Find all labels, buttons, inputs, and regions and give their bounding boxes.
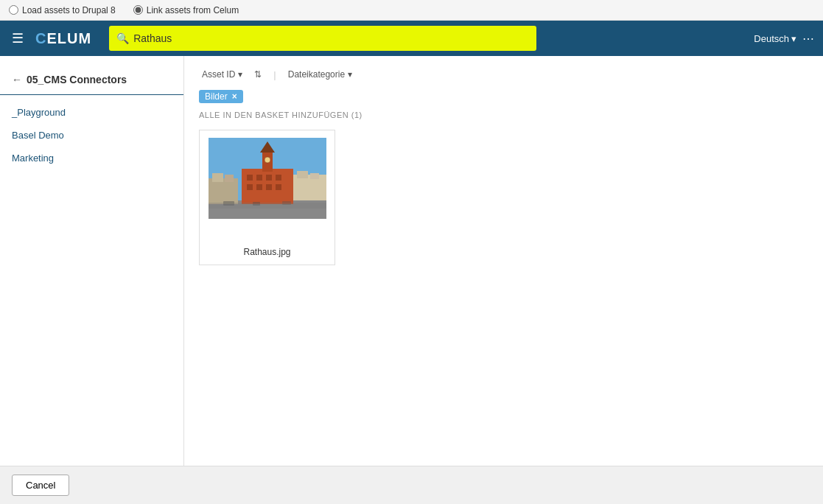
asset-image-area [209,138,326,219]
chevron-down-icon: ▾ [791,33,796,44]
search-input[interactable] [133,32,529,44]
cancel-button[interactable]: Cancel [12,475,69,496]
asset-id-chevron-icon: ▾ [238,69,242,80]
filter-separator: | [273,69,276,80]
language-dropdown[interactable]: Deutsch ▾ [754,33,796,44]
search-wrapper: 🔍 [109,26,536,51]
sort-icon: ⇅ [254,69,262,80]
dateikategorie-chevron-icon: ▾ [348,69,352,80]
dateikategorie-filter-button[interactable]: Dateikategorie ▾ [285,68,355,81]
svg-rect-2 [209,178,238,204]
main-layout: ← 05_CMS Connectors _Playground Basel De… [0,56,823,466]
sort-button[interactable]: ⇅ [251,68,265,81]
svg-rect-6 [247,175,253,181]
link-assets-option[interactable]: Link assets from Celum [133,5,239,15]
svg-rect-9 [276,175,281,181]
sidebar-item-marketing[interactable]: Marketing [0,147,183,169]
load-assets-radio[interactable] [9,5,18,15]
asset-grid: Rathaus.jpg [199,130,808,265]
sidebar-back-button[interactable]: ← 05_CMS Connectors [0,68,183,95]
active-filter-tags: Bilder × [199,90,808,111]
search-icon: 🔍 [116,32,129,44]
sidebar-back-label: 05_CMS Connectors [27,74,127,85]
svg-rect-23 [209,203,326,209]
asset-id-filter-button[interactable]: Asset ID ▾ [199,68,245,81]
menu-icon[interactable]: ☰ [9,27,27,49]
svg-point-16 [265,157,270,163]
bilder-tag-label: Bilder [205,91,228,102]
svg-rect-19 [310,173,319,179]
asset-filename: Rathaus.jpg [243,247,290,257]
sidebar-item-playground[interactable]: _Playground [0,101,183,124]
header-right: Deutsch ▾ ⋯ [754,32,814,46]
asset-card[interactable]: Rathaus.jpg [199,130,335,265]
bilder-tag-close-button[interactable]: × [232,91,237,102]
svg-rect-18 [297,171,308,178]
load-assets-option[interactable]: Load assets to Drupal 8 [9,5,116,15]
filter-row: Asset ID ▾ ⇅ | Dateikategorie ▾ [199,68,808,81]
language-label: Deutsch [754,33,789,44]
content-area: Asset ID ▾ ⇅ | Dateikategorie ▾ Bilder ×… [184,56,823,466]
footer: Cancel [0,466,823,504]
svg-rect-10 [247,184,253,190]
bilder-filter-tag: Bilder × [199,90,243,103]
dateikategorie-label: Dateikategorie [288,69,345,80]
back-arrow-icon: ← [12,74,22,85]
svg-rect-12 [266,184,272,190]
link-assets-radio[interactable] [133,5,143,15]
load-assets-label: Load assets to Drupal 8 [22,5,116,15]
logo: CELUM [35,30,91,47]
svg-rect-11 [256,184,262,190]
asset-thumbnail [209,138,326,219]
add-to-basket-link[interactable]: ALLE IN DEN BASKET HINZUFÜGEN (1) [199,111,808,119]
asset-id-label: Asset ID [202,69,235,80]
svg-rect-8 [266,175,272,181]
sidebar: ← 05_CMS Connectors _Playground Basel De… [0,56,184,466]
svg-rect-7 [256,175,262,181]
header-bar: ☰ CELUM 🔍 Deutsch ▾ ⋯ [0,21,823,56]
svg-rect-13 [276,184,281,190]
sidebar-item-basel-demo[interactable]: Basel Demo [0,124,183,147]
svg-rect-4 [225,175,234,182]
svg-rect-17 [293,175,326,200]
svg-rect-3 [212,173,223,182]
more-options-icon[interactable]: ⋯ [802,32,814,46]
top-radio-bar: Load assets to Drupal 8 Link assets from… [0,0,823,21]
link-assets-label: Link assets from Celum [147,5,239,15]
